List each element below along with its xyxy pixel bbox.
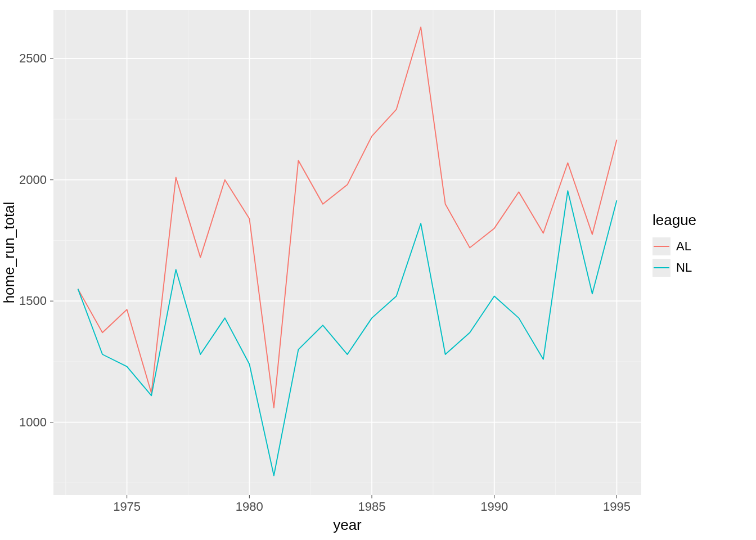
- legend-title: league: [652, 212, 696, 228]
- x-tick-label: 1990: [480, 500, 508, 514]
- y-tick-label: 2000: [19, 173, 47, 187]
- legend-label: NL: [676, 260, 692, 274]
- legend-label: AL: [676, 239, 691, 253]
- y-tick-label: 2500: [19, 51, 47, 65]
- line-chart: 197519801985199019951000150020002500year…: [0, 0, 756, 540]
- y-tick-label: 1000: [19, 415, 47, 429]
- x-tick-label: 1975: [113, 500, 141, 514]
- x-tick-label: 1995: [603, 500, 631, 514]
- x-tick-label: 1985: [358, 500, 386, 514]
- y-tick-label: 1500: [19, 294, 47, 308]
- chart-container: 197519801985199019951000150020002500year…: [0, 0, 756, 540]
- y-axis-title: home_run_total: [1, 202, 17, 304]
- x-axis-title: year: [333, 516, 362, 533]
- x-tick-label: 1980: [236, 500, 263, 514]
